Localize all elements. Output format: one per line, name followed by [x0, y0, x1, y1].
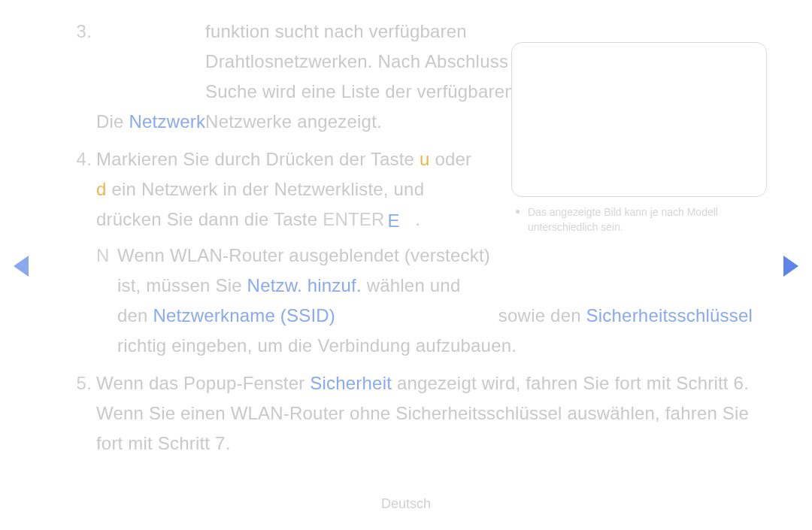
text: richtig eingeben, um die Verbindung aufz… — [117, 335, 517, 356]
item-number: 5. — [75, 368, 96, 459]
item-body: Wenn das Popup-Fenster Sicherheit angeze… — [96, 368, 767, 459]
keyword-sicherheit: Sicherheit — [310, 373, 392, 393]
item-number: 4. — [75, 144, 96, 361]
keyword-netzwerk: Netzwerk — [129, 111, 205, 132]
text: Wenn das Popup-Fenster — [96, 373, 310, 393]
document-page: 3. Die Netzwerk funktion sucht nach verf… — [0, 0, 812, 530]
note-body: Wenn WLAN-Router ausgeblendet (versteckt… — [117, 241, 767, 361]
bullet-icon — [516, 210, 520, 214]
text: oder — [430, 149, 472, 169]
list-item-5: 5. Wenn das Popup-Fenster Sicherheit ang… — [75, 368, 767, 459]
text: . — [415, 209, 420, 229]
text: sowie den — [493, 305, 586, 326]
text: Markieren Sie durch Drücken der Taste — [96, 149, 420, 169]
prev-page-arrow-icon[interactable] — [14, 256, 29, 277]
text: Die — [96, 111, 129, 132]
caption-text: Das angezeigte Bild kann je nach Modell … — [528, 206, 718, 233]
key-u: u — [420, 149, 430, 169]
keyword-netzw-hinzuf: Netzw. hinzuf. — [247, 275, 362, 295]
enter-icon: E — [388, 206, 400, 236]
note-block: N Wenn WLAN-Router ausgeblendet (verstec… — [96, 241, 767, 361]
key-enter: ENTER — [323, 209, 384, 229]
keyword-netzwerkname-ssid: Netzwerkname (SSID) — [153, 305, 336, 326]
next-page-arrow-icon[interactable] — [783, 256, 798, 277]
item-number: 3. — [75, 17, 96, 137]
figure-caption: Das angezeigte Bild kann je nach Modell … — [511, 204, 767, 235]
note-marker: N — [96, 241, 117, 361]
language-footer: Deutsch — [0, 496, 812, 512]
key-d: d — [96, 179, 107, 199]
keyword-sicherheitsschluessel: Sicherheitsschlüssel — [586, 305, 753, 326]
illustration-placeholder — [511, 42, 767, 197]
